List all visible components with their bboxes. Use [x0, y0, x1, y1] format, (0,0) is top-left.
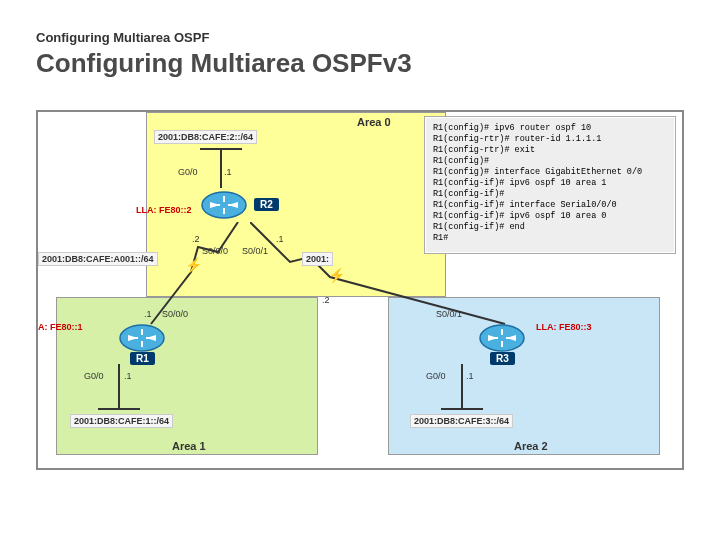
r3-lan-bar	[441, 408, 483, 410]
if-r1-s000: S0/0/0	[162, 309, 188, 319]
router-r2-name: R2	[254, 198, 279, 211]
term-line: R1(config-if)# interface Serial0/0/0	[433, 200, 667, 211]
term-line: R1(config-if)#	[433, 189, 667, 200]
if-r2-s001-id: .1	[276, 234, 284, 244]
term-line: R1(config-if)# ipv6 ospf 10 area 1	[433, 178, 667, 189]
r2-lan-bar	[200, 148, 242, 150]
term-line: R1(config-if)# end	[433, 222, 667, 233]
ip-net3: 2001:DB8:CAFE:3::/64	[410, 414, 513, 428]
ip-net0: 2001:DB8:CAFE:2::/64	[154, 130, 257, 144]
lla-r1: A: FE80::1	[38, 322, 83, 332]
router-r3-name: R3	[490, 352, 515, 365]
svg-point-0	[202, 192, 246, 218]
r1-lan-bar	[98, 408, 140, 410]
if-r2-g00-id: .1	[224, 167, 232, 177]
serial-icon-left: ⚡	[185, 257, 202, 273]
svg-point-3	[120, 325, 164, 351]
if-r3-s001-id: .2	[322, 295, 330, 305]
term-line: R1(config)#	[433, 156, 667, 167]
if-r3-s001: S0/0/1	[436, 309, 462, 319]
if-r1-g00-id: .1	[124, 371, 132, 381]
diagram-panel: Area 0 Area 1 Area 2 ⚡ ⚡ R2 R1 R3 2001:D…	[36, 110, 684, 470]
if-r3-g00-id: .1	[466, 371, 474, 381]
r1-lan-line	[118, 364, 120, 408]
term-line: R1#	[433, 233, 667, 244]
r3-lan-line	[461, 364, 463, 408]
ip-netA001: 2001:DB8:CAFE:A001::/64	[38, 252, 158, 266]
area-2-label: Area 2	[514, 440, 548, 452]
router-r2-icon	[200, 188, 248, 222]
page-subtitle: Configuring Multiarea OSPF	[36, 30, 209, 45]
terminal-output: R1(config)# ipv6 router ospf 10 R1(confi…	[424, 116, 676, 254]
area-0-label: Area 0	[357, 116, 391, 128]
term-line: R1(config)# ipv6 router ospf 10	[433, 123, 667, 134]
if-r3-g00: G0/0	[426, 371, 446, 381]
svg-point-6	[480, 325, 524, 351]
term-line: R1(config-if)# ipv6 ospf 10 area 0	[433, 211, 667, 222]
term-line: R1(config-rtr)# exit	[433, 145, 667, 156]
router-r3-icon	[478, 321, 526, 355]
ip-netA001-right: 2001:	[302, 252, 333, 266]
router-r1-name: R1	[130, 352, 155, 365]
lla-r3: LLA: FE80::3	[536, 322, 592, 332]
area-1-label: Area 1	[172, 440, 206, 452]
term-line: R1(config)# interface GigabitEthernet 0/…	[433, 167, 667, 178]
page-title: Configuring Multiarea OSPFv3	[36, 48, 412, 79]
if-r1-s000-id: .1	[144, 309, 152, 319]
term-line: R1(config-rtr)# router-id 1.1.1.1	[433, 134, 667, 145]
r2-to-net0-line	[220, 148, 222, 188]
router-r1-icon	[118, 321, 166, 355]
if-r2-s000: S0/0/0	[202, 246, 228, 256]
lla-r2: LLA: FE80::2	[136, 205, 192, 215]
serial-icon-right: ⚡	[328, 267, 345, 283]
if-r1-g00: G0/0	[84, 371, 104, 381]
if-r2-g00: G0/0	[178, 167, 198, 177]
if-r2-s001: S0/0/1	[242, 246, 268, 256]
ip-net1: 2001:DB8:CAFE:1::/64	[70, 414, 173, 428]
if-r2-s000-id: .2	[192, 234, 200, 244]
